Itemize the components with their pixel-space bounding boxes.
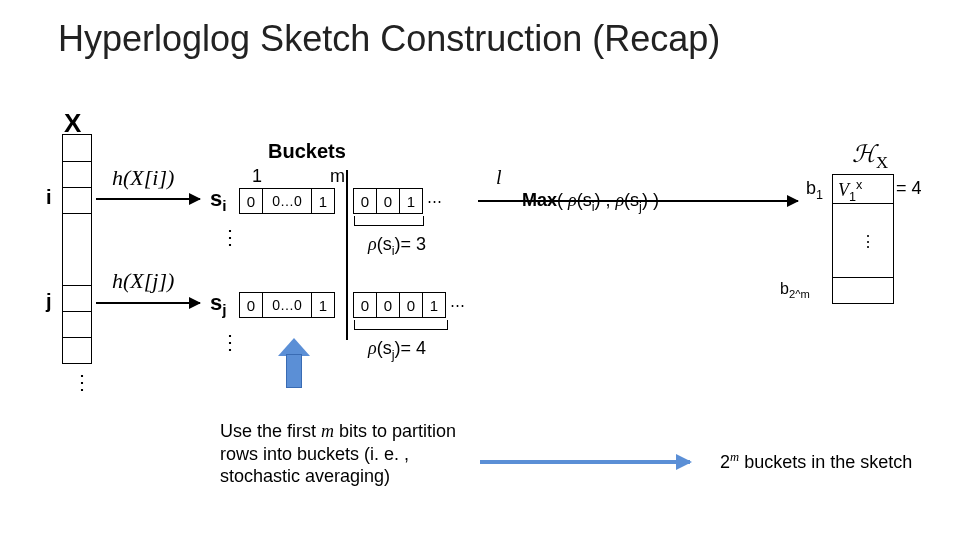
bit: 1	[311, 188, 335, 214]
x-vdots: ⋮	[70, 370, 94, 396]
m-label: m	[330, 166, 345, 187]
b2m-label: b2^m	[780, 280, 810, 300]
bitrow-si: 0 0…0 1	[240, 188, 335, 214]
arrow-xi	[96, 198, 200, 200]
hash-xj-label: h(X[j])	[112, 268, 174, 294]
rho-sj-label: ρ(sj)= 4	[368, 338, 426, 362]
arrow-max	[478, 200, 798, 202]
footnote-bits: Use the first m bits to partition rows i…	[220, 420, 460, 488]
bit: 0	[239, 292, 263, 318]
bit: 0	[376, 292, 400, 318]
arrow-xj	[96, 302, 200, 304]
ellipsis-icon: ⋯	[445, 292, 469, 318]
ellipsis-icon: ⋯	[422, 188, 446, 214]
uparrow-icon	[278, 338, 310, 388]
bit: 0	[239, 188, 263, 214]
bitrow-sj: 0 0…0 1	[240, 292, 335, 318]
buckets-label: Buckets	[268, 140, 346, 163]
rho-sj-bracket	[354, 320, 448, 330]
v1-value: = 4	[896, 178, 922, 199]
rho-si-bracket	[354, 216, 424, 226]
footnote-buckets: 2m buckets in the sketch	[720, 450, 912, 473]
m-divider	[346, 170, 348, 340]
rho-si-label: ρ(si)= 3	[368, 234, 426, 258]
bitrow-si-tail: 0 0 1 ⋯	[354, 188, 446, 214]
j-row-label: j	[46, 290, 52, 313]
si-label: si	[210, 186, 227, 215]
bit: 0…0	[262, 188, 312, 214]
bit: 1	[399, 188, 423, 214]
bit: 0	[376, 188, 400, 214]
bitrow-sj-tail: 0 0 0 1 ⋯	[354, 292, 469, 318]
s-vdots-2: ⋮	[218, 330, 242, 356]
bit: 0…0	[262, 292, 312, 318]
s-vdots-1: ⋮	[218, 225, 242, 251]
hx-label: ℋX	[852, 140, 888, 173]
bit: 1	[422, 292, 446, 318]
hx-vdots: ⋮	[858, 232, 877, 253]
i-row-label: i	[46, 186, 52, 209]
sj-label: sj	[210, 290, 227, 319]
x-column	[62, 134, 92, 364]
bit: 0	[353, 188, 377, 214]
arrow-blue-right	[480, 460, 690, 464]
one-label: 1	[252, 166, 262, 187]
bit: 0	[399, 292, 423, 318]
b1-label: b1	[806, 178, 823, 202]
slide-title: Hyperloglog Sketch Construction (Recap)	[58, 18, 720, 60]
hash-xi-label: h(X[i])	[112, 165, 174, 191]
v1-cell: V1x	[838, 178, 862, 204]
l-label: l	[496, 166, 502, 189]
bit: 0	[353, 292, 377, 318]
bit: 1	[311, 292, 335, 318]
